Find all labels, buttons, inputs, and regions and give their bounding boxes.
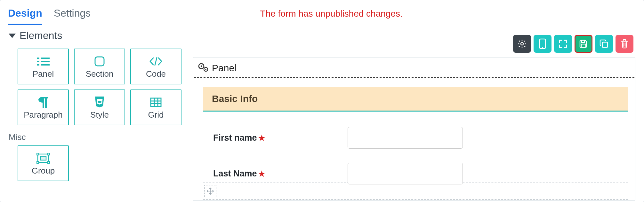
css3-icon	[94, 95, 105, 109]
element-label: Panel	[33, 69, 54, 79]
element-label: Code	[146, 69, 166, 79]
element-panel[interactable]: Panel	[18, 49, 69, 84]
elements-grid: Panel Section Code	[18, 49, 187, 125]
gear-icon	[517, 39, 527, 49]
element-section[interactable]: Section	[74, 49, 125, 84]
copy-button[interactable]	[595, 35, 613, 53]
element-group[interactable]: Group	[18, 145, 69, 181]
svg-rect-2	[37, 61, 39, 62]
label-text: Last Name	[213, 169, 257, 178]
section-title[interactable]: Basic Info	[203, 87, 628, 112]
gears-icon	[198, 63, 209, 74]
delete-button[interactable]	[616, 35, 633, 53]
element-label: Grid	[148, 110, 164, 120]
form-builder-app: Design Settings The form has unpublished…	[0, 0, 644, 202]
top-tabs-bar: Design Settings The form has unpublished…	[0, 0, 644, 25]
elements-section-toggle[interactable]: Elements	[9, 30, 187, 42]
svg-rect-1	[41, 58, 50, 59]
field-last-name: Last Name★	[203, 163, 628, 184]
field-first-name: First name★	[203, 127, 628, 149]
element-label: Section	[86, 69, 114, 79]
status-message: The form has unpublished changes.	[27, 4, 636, 19]
form-canvas[interactable]: Panel Basic Info First name★ Last Name★	[193, 57, 635, 201]
svg-rect-22	[582, 40, 584, 43]
copy-icon	[600, 39, 608, 48]
builder-body: Elements Panel Section	[0, 25, 644, 202]
paragraph-icon	[38, 95, 48, 109]
svg-point-30	[205, 69, 206, 70]
form-section: Basic Info First name★ Last Name★	[203, 87, 628, 184]
svg-rect-0	[37, 58, 39, 59]
element-label: Paragraph	[24, 110, 62, 120]
canvas-area: Panel Basic Info First name★ Last Name★	[190, 25, 639, 202]
last-name-input[interactable]	[348, 163, 463, 184]
field-label: First name★	[213, 133, 348, 143]
save-button[interactable]	[575, 35, 592, 53]
caret-down-icon	[9, 34, 16, 38]
svg-rect-18	[48, 161, 50, 163]
element-label: Style	[90, 110, 109, 120]
svg-rect-23	[581, 44, 586, 47]
settings-button[interactable]	[513, 35, 531, 53]
svg-rect-4	[37, 64, 39, 66]
element-code[interactable]: Code	[130, 49, 181, 84]
svg-rect-3	[41, 61, 50, 62]
svg-rect-6	[95, 57, 104, 66]
canvas-toolbar	[190, 25, 639, 57]
move-icon[interactable]	[204, 185, 216, 197]
svg-rect-16	[48, 153, 50, 155]
element-grid[interactable]: Grid	[130, 89, 181, 125]
mobile-preview-button[interactable]	[534, 35, 551, 53]
elements-section-title: Elements	[20, 30, 62, 42]
trash-icon	[620, 39, 629, 49]
grid-icon	[150, 95, 162, 109]
element-paragraph[interactable]: Paragraph	[18, 89, 69, 125]
svg-rect-8	[151, 98, 161, 106]
svg-point-19	[521, 43, 523, 45]
panel-header[interactable]: Panel	[194, 58, 634, 78]
required-star-icon: ★	[258, 134, 265, 142]
svg-rect-24	[602, 42, 608, 47]
svg-rect-17	[37, 161, 39, 163]
field-label: Last Name★	[213, 169, 348, 179]
elements-sidebar: Elements Panel Section	[8, 25, 187, 202]
label-text: First name	[213, 133, 257, 143]
svg-rect-14	[40, 156, 46, 160]
list-icon	[37, 54, 50, 68]
element-label: Group	[32, 166, 55, 176]
group-icon	[36, 151, 50, 165]
element-style[interactable]: Style	[74, 89, 125, 125]
misc-grid: Group	[18, 145, 187, 181]
rounded-square-icon	[94, 54, 105, 68]
svg-rect-5	[41, 64, 50, 66]
svg-line-7	[155, 58, 157, 65]
svg-point-28	[201, 66, 202, 67]
misc-group-label: Misc	[9, 132, 187, 142]
code-icon	[149, 54, 163, 68]
fullscreen-button[interactable]	[554, 35, 572, 53]
fullscreen-icon	[558, 39, 568, 49]
mobile-icon	[539, 38, 546, 49]
drop-zone[interactable]	[203, 183, 628, 200]
panel-title: Panel	[212, 63, 237, 74]
required-star-icon: ★	[258, 169, 265, 178]
svg-rect-15	[37, 153, 39, 155]
first-name-input[interactable]	[348, 127, 463, 149]
save-icon	[579, 39, 588, 48]
